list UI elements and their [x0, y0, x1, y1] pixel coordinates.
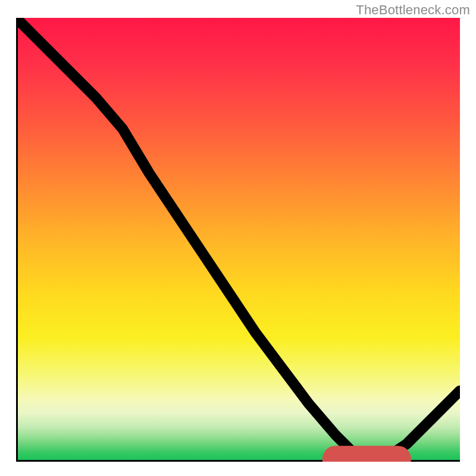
plot-area — [16, 18, 460, 462]
bottleneck-curve — [16, 18, 460, 462]
watermark-text: TheBottleneck.com — [356, 2, 470, 18]
line-chart-svg — [16, 18, 460, 462]
chart-container: TheBottleneck.com — [0, 0, 476, 476]
